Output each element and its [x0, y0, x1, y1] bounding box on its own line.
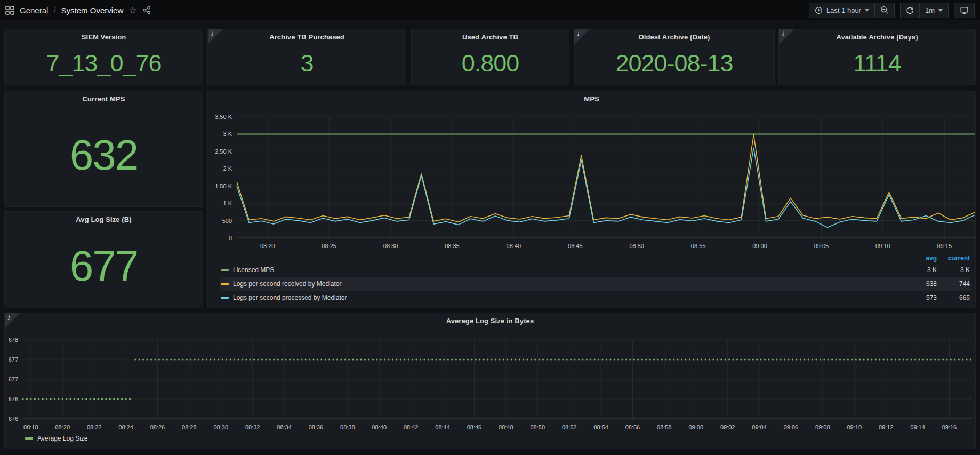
- series-avg: 638: [904, 280, 937, 288]
- stat-panel-siem-version: SIEM Version 7_13_0_76: [4, 29, 203, 85]
- chevron-down-icon: [938, 9, 943, 12]
- svg-text:2 K: 2 K: [223, 165, 232, 172]
- series-avg: 573: [904, 294, 937, 301]
- refresh-interval-picker[interactable]: 1m: [919, 3, 948, 18]
- stat-value: 0.800: [412, 45, 569, 82]
- series-label[interactable]: Logs per second processed by Mediator: [233, 294, 904, 301]
- panel-title[interactable]: Available Archive (Days): [779, 33, 975, 41]
- svg-text:08:40: 08:40: [372, 424, 387, 430]
- refresh-group: 1m: [900, 3, 949, 18]
- svg-text:0: 0: [229, 235, 232, 241]
- refresh-interval-label: 1m: [925, 6, 935, 14]
- svg-text:2.50 K: 2.50 K: [215, 148, 232, 155]
- time-range-picker-button[interactable]: Last 1 hour: [809, 3, 874, 18]
- grafana-dashboard: General / System Overview ☆ Last 1 hour: [0, 0, 980, 455]
- svg-text:08:50: 08:50: [530, 424, 545, 430]
- svg-text:676: 676: [9, 396, 18, 402]
- svg-text:09:16: 09:16: [942, 424, 957, 430]
- svg-text:677: 677: [9, 376, 18, 382]
- svg-text:3 K: 3 K: [223, 131, 232, 137]
- kiosk-group: [954, 3, 975, 18]
- svg-text:09:08: 09:08: [815, 424, 830, 430]
- svg-text:08:22: 08:22: [87, 424, 102, 430]
- svg-text:08:30: 08:30: [213, 424, 228, 430]
- series-label[interactable]: Average Log Size: [37, 435, 88, 442]
- svg-text:08:52: 08:52: [562, 424, 577, 430]
- svg-text:1.50 K: 1.50 K: [215, 183, 232, 189]
- svg-text:08:48: 08:48: [499, 424, 513, 430]
- svg-text:08:30: 08:30: [383, 243, 398, 249]
- svg-text:08:20: 08:20: [260, 243, 275, 249]
- legend-row-received-by-mediator[interactable]: Logs per second received by Mediator 638…: [220, 277, 970, 291]
- panel-title[interactable]: MPS: [208, 95, 975, 103]
- refresh-button[interactable]: [901, 3, 919, 18]
- svg-text:08:24: 08:24: [118, 424, 133, 430]
- mps-chart-panel: MPS 05001 K1.50 K2 K2.50 K3 K3.50 K08:20…: [207, 91, 976, 308]
- panel-title[interactable]: Oldest Archive (Date): [574, 33, 774, 41]
- svg-text:677: 677: [9, 356, 18, 363]
- svg-text:08:28: 08:28: [182, 424, 197, 430]
- avg-log-size-legend[interactable]: Average Log Size: [25, 435, 88, 442]
- breadcrumb-dashboard-title[interactable]: System Overview: [61, 6, 124, 15]
- cycle-view-mode-button[interactable]: [954, 3, 974, 18]
- stat-panel-archive-tb-purchased: i Archive TB Purchased 3: [207, 29, 406, 85]
- share-icon[interactable]: [142, 6, 151, 14]
- stat-value: 2020-08-13: [574, 45, 774, 82]
- legend-col-avg[interactable]: avg: [904, 254, 937, 262]
- svg-text:09:14: 09:14: [910, 424, 925, 430]
- svg-text:09:15: 09:15: [937, 243, 952, 249]
- panel-title[interactable]: SIEM Version: [5, 33, 203, 41]
- svg-text:08:58: 08:58: [657, 424, 672, 430]
- refresh-icon: [906, 6, 914, 14]
- star-icon[interactable]: ☆: [128, 5, 136, 16]
- svg-text:09:12: 09:12: [879, 424, 894, 430]
- legend-col-current[interactable]: current: [937, 254, 970, 262]
- stat-panel-oldest-archive-date: i Oldest Archive (Date) 2020-08-13: [574, 29, 775, 85]
- svg-text:09:02: 09:02: [720, 424, 735, 430]
- svg-text:08:32: 08:32: [245, 424, 260, 430]
- series-swatch: [221, 269, 229, 271]
- svg-text:08:34: 08:34: [277, 424, 292, 430]
- svg-text:08:55: 08:55: [691, 243, 706, 249]
- svg-text:500: 500: [222, 218, 232, 224]
- svg-text:09:00: 09:00: [688, 424, 703, 430]
- series-swatch: [221, 297, 229, 299]
- svg-text:08:56: 08:56: [625, 424, 640, 430]
- svg-text:08:35: 08:35: [445, 243, 460, 249]
- svg-text:3.50 K: 3.50 K: [215, 114, 232, 120]
- series-label[interactable]: Licensed MPS: [233, 266, 904, 274]
- svg-text:09:05: 09:05: [814, 243, 829, 249]
- svg-text:08:40: 08:40: [507, 243, 521, 249]
- svg-text:08:25: 08:25: [322, 243, 336, 249]
- legend-row-processed-by-mediator[interactable]: Logs per second processed by Mediator 57…: [220, 291, 970, 305]
- series-current: 744: [937, 280, 970, 288]
- panel-title[interactable]: Used Archive TB: [412, 33, 569, 41]
- svg-text:08:18: 08:18: [23, 424, 38, 430]
- stat-value: 7_13_0_76: [5, 45, 203, 82]
- panel-title[interactable]: Current MPS: [5, 95, 203, 103]
- series-label[interactable]: Logs per second received by Mediator: [233, 280, 904, 288]
- svg-text:08:38: 08:38: [340, 424, 355, 430]
- svg-text:676: 676: [9, 416, 18, 422]
- svg-text:09:10: 09:10: [875, 243, 890, 249]
- panel-title[interactable]: Avg Log Size (B): [5, 215, 203, 223]
- apps-grid-icon[interactable]: [5, 6, 14, 15]
- panel-title[interactable]: Average Log Size in Bytes: [5, 317, 975, 325]
- svg-text:09:06: 09:06: [784, 424, 799, 430]
- avg-log-size-chart-panel: i Average Log Size in Bytes 676676677677…: [4, 313, 976, 449]
- stat-panel-used-archive-tb: Used Archive TB 0.800: [411, 29, 569, 85]
- panel-title[interactable]: Archive TB Purchased: [208, 33, 406, 41]
- zoom-out-time-button[interactable]: [874, 3, 894, 18]
- top-navbar: General / System Overview ☆ Last 1 hour: [0, 0, 980, 20]
- svg-text:09:10: 09:10: [847, 424, 862, 430]
- svg-text:08:44: 08:44: [435, 424, 450, 430]
- breadcrumb-separator: /: [53, 6, 55, 15]
- legend-header: avg current: [220, 253, 970, 263]
- stat-value: 1114: [779, 45, 975, 82]
- svg-text:08:50: 08:50: [629, 243, 644, 249]
- legend-row-licensed-mps[interactable]: Licensed MPS 3 K 3 K: [220, 263, 970, 277]
- breadcrumb-folder[interactable]: General: [20, 6, 48, 15]
- avg-log-size-chart[interactable]: 67667667767767808:1808:2008:2208:2408:26…: [5, 313, 975, 449]
- stat-panel-available-archive-days: i Available Archive (Days) 1114: [778, 29, 976, 85]
- stat-value: 632: [5, 107, 203, 203]
